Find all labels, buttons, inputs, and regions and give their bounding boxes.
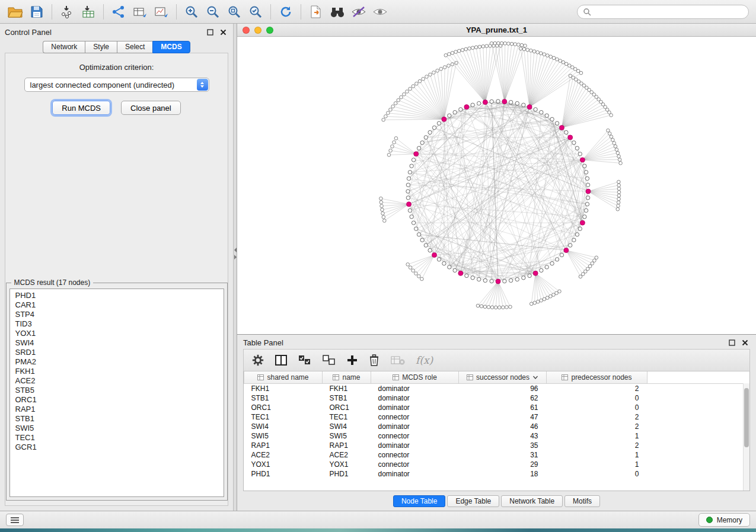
table-row[interactable]: SWI4SWI4dominator462 (244, 422, 750, 431)
tab-mcds[interactable]: MCDS (152, 41, 190, 53)
close-window-button[interactable] (243, 27, 250, 34)
show-columns-button[interactable] (275, 354, 288, 366)
add-column-button[interactable] (346, 354, 358, 366)
mcds-result-item[interactable]: FKH1 (15, 367, 224, 376)
tab-network[interactable]: Network (43, 41, 85, 53)
mcds-result-item[interactable]: STP4 (15, 310, 224, 319)
minimize-window-button[interactable] (254, 27, 261, 34)
search-input[interactable] (595, 8, 743, 16)
network-canvas[interactable] (237, 37, 756, 334)
search-icon (583, 8, 591, 16)
tab-node-table[interactable]: Node Table (393, 495, 446, 507)
column-header-name[interactable]: name (323, 371, 371, 383)
tab-motifs[interactable]: Motifs (564, 495, 600, 507)
criterion-value: largest connected component (undirected) (30, 81, 175, 89)
mcds-result-item[interactable]: TID3 (15, 319, 224, 329)
mcds-result-item[interactable]: TEC1 (15, 433, 224, 443)
mcds-result-item[interactable]: ORC1 (15, 395, 224, 405)
tab-network-table[interactable]: Network Table (501, 495, 563, 507)
maximize-window-button[interactable] (266, 27, 273, 34)
table-cell: 29 (459, 460, 547, 469)
column-header-mcds-role[interactable]: MCDS role (371, 371, 459, 383)
table-row[interactable]: FKH1FKH1dominator962 (244, 383, 750, 393)
find-button[interactable] (327, 3, 348, 21)
table-row[interactable]: SWI5SWI5connector431 (244, 431, 750, 441)
run-mcds-button[interactable]: Run MCDS (52, 101, 110, 115)
panel-splitter[interactable] (233, 24, 237, 511)
export-image-button[interactable] (151, 3, 172, 21)
toolbar-separator (52, 4, 52, 20)
mcds-result-list[interactable]: PHD1CAR1STP4TID3YOX1SWI4SRD1PMA2FKH1ACE2… (9, 289, 224, 497)
mcds-result-item[interactable]: ACE2 (15, 376, 224, 386)
mcds-result-item[interactable]: CAR1 (15, 300, 224, 310)
binoculars-icon (330, 5, 345, 18)
column-header-successor-nodes[interactable]: successor nodes (459, 371, 547, 383)
function-builder-button[interactable]: f(x) (416, 354, 433, 366)
memory-button[interactable]: Memory (698, 513, 750, 527)
table-row[interactable]: RAP1RAP1dominator352 (244, 441, 750, 450)
mcds-result-item[interactable]: SWI5 (15, 424, 224, 433)
table-cell: 2 (547, 412, 647, 422)
fx-icon: f(x) (416, 354, 433, 366)
zoom-selected-button[interactable] (245, 3, 266, 21)
import-network-button[interactable] (56, 3, 78, 21)
float-panel-button[interactable] (206, 28, 214, 36)
zoom-fit-button[interactable] (224, 3, 245, 21)
new-table-button[interactable] (129, 3, 151, 21)
main-toolbar (0, 0, 756, 24)
float-table-panel-button[interactable] (728, 339, 736, 347)
column-header-shared-name[interactable]: shared name (244, 371, 323, 383)
new-network-button[interactable] (108, 3, 129, 21)
criterion-dropdown[interactable]: largest connected component (undirected) (24, 78, 209, 92)
delete-table-button[interactable] (390, 354, 406, 366)
table-row[interactable]: ORC1ORC1dominator610 (244, 403, 750, 412)
mcds-result-item[interactable]: SWI4 (15, 338, 224, 348)
mcds-result-item[interactable]: RAP1 (15, 405, 224, 414)
select-all-rows-button[interactable] (298, 354, 312, 366)
mcds-result-item[interactable]: GCR1 (15, 443, 224, 452)
delete-column-button[interactable] (368, 354, 380, 367)
tab-style[interactable]: Style (85, 41, 117, 53)
save-session-button[interactable] (26, 3, 47, 21)
network-graph[interactable] (237, 37, 756, 334)
show-all-button[interactable] (369, 3, 391, 21)
mcds-result-item[interactable]: STB5 (15, 386, 224, 395)
mcds-tab-content: Optimization criterion: largest connecte… (5, 53, 228, 506)
search-field[interactable] (577, 5, 749, 19)
table-row[interactable]: PHD1PHD1dominator180 (244, 469, 750, 479)
deselect-all-rows-button[interactable] (322, 354, 336, 366)
table-row[interactable]: STB1STB1dominator620 (244, 393, 750, 403)
mcds-result-item[interactable]: PMA2 (15, 357, 224, 367)
refresh-button[interactable] (275, 3, 296, 21)
close-table-panel-button[interactable] (741, 339, 749, 347)
close-control-panel-button[interactable] (219, 28, 227, 36)
tab-edge-table[interactable]: Edge Table (447, 495, 499, 507)
window-traffic-lights (237, 27, 273, 34)
zoom-in-button[interactable] (181, 3, 202, 21)
close-panel-button[interactable]: Close panel (121, 101, 181, 115)
scrollbar-thumb[interactable] (744, 388, 749, 447)
mcds-result-item[interactable]: STB1 (15, 414, 224, 424)
mcds-result-item[interactable]: PHD1 (15, 291, 224, 300)
hide-selected-button[interactable] (348, 3, 369, 21)
panel-menu-button[interactable] (6, 514, 24, 526)
column-header-predecessor-nodes[interactable]: predecessor nodes (547, 371, 647, 383)
table-cell: PHD1 (323, 469, 371, 479)
splitter-collapse-icons[interactable] (234, 248, 237, 259)
table-settings-button[interactable] (251, 354, 264, 367)
import-table-button[interactable] (78, 3, 99, 21)
table-scrollbar[interactable] (743, 383, 749, 491)
open-file-button[interactable] (5, 3, 26, 21)
mcds-result-item[interactable]: YOX1 (15, 329, 224, 338)
table-row[interactable]: YOX1YOX1connector291 (244, 460, 750, 469)
zoom-out-button[interactable] (202, 3, 224, 21)
table-row[interactable]: ACE2ACE2connector311 (244, 450, 750, 460)
tab-select[interactable]: Select (117, 41, 152, 53)
mcds-result-item[interactable]: SRD1 (15, 348, 224, 357)
table-cell: 1 (547, 450, 647, 460)
list-menu-icon (10, 517, 20, 524)
export-document-button[interactable] (305, 3, 327, 21)
column-attribute-icon (467, 374, 473, 380)
table-row[interactable]: TEC1TEC1connector472 (244, 412, 750, 422)
table-cell: ACE2 (244, 450, 323, 460)
